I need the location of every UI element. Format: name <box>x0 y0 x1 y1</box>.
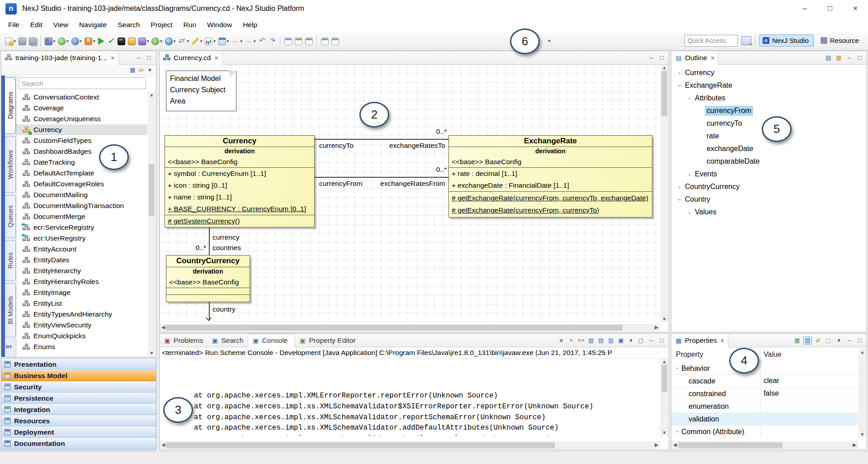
minimize-window-button[interactable]: – <box>792 0 817 17</box>
toolbar-icon[interactable] <box>28 37 38 46</box>
toolbar-icon[interactable] <box>316 36 317 47</box>
menu-item[interactable]: View <box>48 19 74 31</box>
maximize-view-icon[interactable]: □ <box>657 54 666 62</box>
navigator-tree-item[interactable]: EntityViewSecurity <box>16 320 147 331</box>
menu-item[interactable]: Edit <box>25 19 48 31</box>
close-window-button[interactable]: × <box>843 0 868 17</box>
layer-button[interactable]: Deployment <box>1 426 156 438</box>
console-area-tab[interactable]: ▣ Search <box>207 334 247 347</box>
console-toolbar-icon[interactable]: ▧ <box>587 336 595 345</box>
navigator-tree-item[interactable]: CoverageUniqueness <box>16 114 147 124</box>
multiplicity-label[interactable]: 0..* <box>413 128 447 136</box>
toolbar-icon[interactable]: ▾ <box>4 37 17 46</box>
chevron-icon[interactable] <box>686 171 693 178</box>
outline-tab[interactable]: ▤ Outline <box>671 51 718 65</box>
chevron-icon[interactable] <box>675 428 681 436</box>
role-label[interactable]: currencyFrom <box>319 180 363 188</box>
outline-tree-item[interactable]: Values <box>671 206 805 218</box>
layer-button[interactable]: Integration <box>1 404 156 415</box>
toolbar-icon[interactable]: ▾ <box>230 37 244 46</box>
layer-button[interactable]: Persistence <box>1 393 156 404</box>
minimize-view-icon[interactable]: – <box>647 336 656 345</box>
navigator-tree-item[interactable]: EnumQuickpicks <box>16 331 147 341</box>
outline-tree-item[interactable]: CountryCurrency <box>671 180 867 193</box>
uml-class-country-currency[interactable]: CountryCurrency derivation <<base>> Base… <box>166 255 250 302</box>
chevron-icon[interactable] <box>676 70 683 76</box>
console-output[interactable]: at org.apache.xerces.impl.XMLErrorReport… <box>160 359 660 436</box>
toolbar-icon[interactable] <box>17 37 28 46</box>
navigator-tree-item[interactable]: ecr:UserRegistry <box>16 233 147 244</box>
toolbar-icon[interactable] <box>40 36 41 47</box>
chevron-icon[interactable] <box>676 184 683 190</box>
side-tab[interactable]: BI Models <box>5 283 16 337</box>
role-label[interactable]: currency <box>212 233 239 241</box>
toolbar-icon[interactable]: ▾ <box>203 37 217 46</box>
properties-toolbar-icon[interactable]: ▢ <box>824 336 833 345</box>
navigator-tree-item[interactable]: EntityHierarchyRoles <box>16 276 147 287</box>
side-tab[interactable]: Diagrams <box>5 77 16 134</box>
layer-button[interactable]: Presentation <box>1 359 156 370</box>
outline-tree-item[interactable]: Currency <box>671 66 867 79</box>
console-area-tab[interactable]: ▣ Property Editor <box>295 334 359 347</box>
toolbar-icon[interactable] <box>320 37 330 46</box>
console-toolbar-icon[interactable]: ×× <box>577 336 585 345</box>
editor-vertical-scrollbar[interactable]: ▲▼ <box>660 65 668 322</box>
property-row[interactable]: Common (Attribute) <box>671 426 858 437</box>
side-tab[interactable]: Workflows <box>5 136 16 193</box>
chevron-icon[interactable] <box>676 196 683 203</box>
toolbar-icon[interactable]: ▾ <box>83 37 97 46</box>
console-toolbar-icon[interactable]: ▣ <box>617 336 625 345</box>
close-icon[interactable] <box>711 54 714 62</box>
minimize-view-icon[interactable]: – <box>647 54 656 62</box>
navigator-tab[interactable]: training-103-jade (training-1... <box>1 51 119 65</box>
navigator-tree-item[interactable]: EntityImage <box>16 287 147 298</box>
toolbar-icon[interactable] <box>304 37 314 46</box>
console-toolbar-icon[interactable]: ▥ <box>607 336 615 345</box>
quick-access-input[interactable] <box>684 35 738 47</box>
property-row[interactable]: validation <box>671 413 858 426</box>
properties-toolbar-icon[interactable]: ▤ <box>803 336 812 345</box>
toolbar-icon[interactable] <box>280 36 281 47</box>
navigator-tree-item[interactable]: EntityTypesAndHierarchy <box>16 309 147 320</box>
toolbar-icon[interactable] <box>267 37 278 46</box>
multiplicity-label[interactable]: 0..* <box>184 244 206 252</box>
toolbar-icon[interactable] <box>257 37 267 46</box>
association-line-countries[interactable] <box>209 227 210 255</box>
toolbar-icon[interactable]: ▾ <box>217 37 231 46</box>
outline-tree-item[interactable]: ExchangeRate <box>671 79 867 92</box>
outline-tree-item[interactable]: Attributes <box>671 92 805 104</box>
navigator-toolbar-icon[interactable]: ⇄ <box>137 66 146 74</box>
chevron-icon[interactable] <box>676 82 683 89</box>
menu-item[interactable]: Run <box>178 19 202 31</box>
toolbar-icon[interactable] <box>116 37 127 46</box>
layer-button[interactable]: Security <box>1 381 156 393</box>
menu-item[interactable]: File <box>3 19 25 31</box>
console-horizontal-scrollbar[interactable]: ◀▶ <box>160 441 660 449</box>
close-icon[interactable] <box>111 54 114 62</box>
menu-item[interactable]: Project <box>145 19 178 31</box>
outline-toolbar-icon[interactable]: – <box>845 54 854 62</box>
properties-toolbar-icon[interactable]: ▦ <box>793 336 802 345</box>
outline-toolbar-icon[interactable]: ▤ <box>824 54 833 62</box>
navigator-tree-item[interactable]: DocumentMailingTransaction <box>16 200 147 211</box>
association-line-rates-from[interactable] <box>315 177 448 178</box>
navigator-tree-item[interactable]: Coverage <box>16 103 147 114</box>
property-row[interactable]: enumeration <box>671 400 858 413</box>
chevron-icon[interactable] <box>686 95 693 102</box>
diagram-note[interactable]: Financial Model Currency Subject Area <box>166 71 236 111</box>
navigator-tree-item[interactable]: Enums <box>16 341 147 352</box>
toolbar-icon[interactable]: ▾ <box>190 37 204 46</box>
toolbar-icon[interactable]: ▾ <box>150 37 164 46</box>
outline-toolbar-icon[interactable]: ▦ <box>835 54 843 62</box>
toolbar-icon[interactable]: ▾ <box>177 37 190 46</box>
side-tab[interactable]: » <box>5 340 12 353</box>
toolbar-icon[interactable] <box>283 37 293 46</box>
role-label[interactable]: country <box>212 305 236 313</box>
outline-tree-item[interactable]: Events <box>671 168 805 180</box>
properties-toolbar-icon[interactable]: □ <box>855 336 864 345</box>
console-toolbar-icon[interactable]: × <box>567 336 576 345</box>
properties-tab[interactable]: ▦ Properties <box>671 334 728 347</box>
perspective-resource[interactable]: Resource <box>817 35 863 46</box>
navigator-tree-item[interactable]: Currency <box>16 124 147 135</box>
layer-button[interactable]: Business Model <box>1 370 156 381</box>
